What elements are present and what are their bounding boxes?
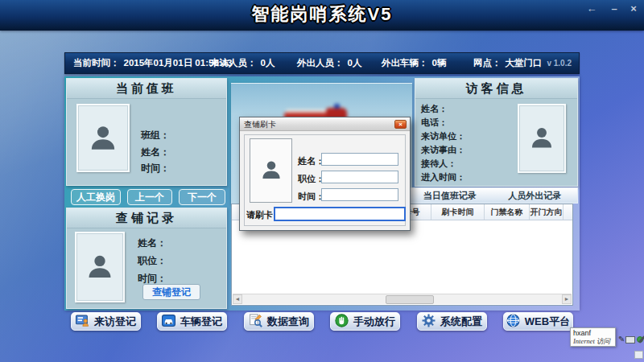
bedcheck-swipe-dialog: 查铺刷卡 × 姓名： 职位： 时间： 请刷卡： [239, 117, 411, 231]
next-button[interactable]: 下一个 [179, 189, 225, 205]
record-tabs: 当日值班记录 人员外出记录 [407, 187, 578, 204]
duty-team-label: 班组： [141, 129, 170, 142]
status-bar: 当前时间：2015年01月01日 01:58:43 来访人员：0人 外出人员：0… [64, 52, 580, 74]
person-icon [85, 250, 115, 284]
visitor-register-label: 来访登记 [94, 315, 136, 329]
vehicle-register-button[interactable]: 车辆登记 [157, 312, 227, 331]
data-query-icon [249, 314, 262, 330]
vehicle-register-icon [162, 314, 175, 330]
duty-name-label: 姓名： [141, 146, 170, 159]
visitor-phone-label: 电话： [421, 117, 448, 129]
visitor-register-button[interactable]: 来访登记 [71, 312, 141, 331]
truck-light [334, 104, 340, 109]
back-button[interactable]: ← [584, 2, 599, 15]
out-person-label: 外出人员： [297, 58, 344, 68]
pen-icon[interactable]: ✎ [618, 335, 625, 343]
title-banner: 智能岗哨系统V5 [0, 0, 644, 31]
dialog-position-input[interactable] [321, 171, 398, 183]
system-config-label: 系统配置 [440, 315, 482, 329]
duty-panel-title: 当前值班 [67, 79, 226, 99]
keyboard-icon[interactable] [625, 336, 635, 343]
dialog-title[interactable]: 查铺刷卡 [240, 117, 410, 131]
out-person-value: 0人 [348, 58, 362, 68]
duty-panel: 当前值班 班组： 姓名： 时间： [66, 78, 227, 186]
app-title: 智能岗哨系统V5 [0, 0, 644, 29]
header-door-direction[interactable]: 开门方向 [530, 204, 564, 220]
header-door-name[interactable]: 门禁名称 [485, 204, 530, 220]
site-name: 网点：大堂门口 [473, 53, 543, 73]
scroll-left-arrow[interactable]: ◄ [233, 294, 242, 304]
bedcheck-name-label: 姓名： [138, 237, 167, 250]
visitor-reason-label: 来访事由： [421, 144, 465, 156]
tray-tooltip: hxanf Internet 访问 [570, 327, 616, 347]
web-platform-icon [506, 314, 520, 330]
swipe-card-input[interactable] [274, 207, 406, 221]
person-icon [87, 121, 119, 156]
visitor-register-icon [76, 314, 89, 330]
manual-release-label: 手动放行 [353, 315, 395, 329]
table-horizontal-scrollbar[interactable]: ◄ ► [233, 294, 572, 304]
visitor-entry-time-label: 进入时间： [421, 171, 465, 183]
out-vehicle-count: 外出车辆：0辆 [382, 53, 446, 73]
visitor-count-label: 来访人员： [210, 58, 257, 68]
current-time: 当前时间：2015年01月01日 01:58:43 [73, 53, 232, 73]
bedcheck-register-button[interactable]: 查铺登记 [142, 284, 200, 300]
bedcheck-panel: 查铺记录 姓名： 职位： 时间： 查铺登记 [66, 208, 227, 309]
manual-release-icon [335, 314, 349, 330]
out-vehicle-label: 外出车辆： [382, 58, 428, 68]
visitor-count-value: 0人 [261, 58, 275, 68]
tooltip-subtitle: Internet 访问 [573, 337, 613, 345]
bedcheck-panel-title: 查铺记录 [67, 208, 226, 228]
out-vehicle-value: 0辆 [432, 58, 447, 68]
data-query-label: 数据查询 [267, 315, 309, 329]
vehicle-register-label: 车辆登记 [180, 315, 222, 329]
manual-release-button[interactable]: 手动放行 [330, 312, 400, 331]
site-value: 大堂门口 [506, 58, 543, 68]
dialog-close-icon[interactable]: × [394, 120, 407, 129]
duty-photo [76, 104, 130, 172]
current-time-label: 当前时间： [73, 58, 120, 68]
tab-outing-records[interactable]: 人员外出记录 [493, 190, 578, 202]
dialog-time-input[interactable] [321, 188, 398, 201]
system-config-icon [422, 314, 436, 330]
dialog-photo [250, 138, 292, 203]
manual-shift-button[interactable]: 人工换岗 [71, 189, 121, 205]
out-person-count: 外出人员：0人 [297, 53, 361, 73]
visitor-panel-title: 访客信息 [415, 79, 577, 99]
visitor-receiver-label: 接待人： [421, 158, 456, 170]
web-platform-button[interactable]: WEB平台 [503, 312, 573, 331]
minimize-button[interactable]: – [607, 2, 621, 15]
web-platform-label: WEB平台 [525, 315, 570, 329]
version-text: v 1.0.2 [547, 53, 572, 73]
tooltip-title: hxanf [573, 329, 613, 337]
header-swipe-time[interactable]: 刷卡时间 [431, 204, 485, 220]
system-config-button[interactable]: 系统配置 [417, 312, 487, 331]
previous-button[interactable]: 上一个 [127, 189, 172, 205]
visitor-name-label: 姓名： [421, 103, 448, 115]
person-icon [528, 123, 555, 154]
scroll-right-arrow[interactable]: ► [562, 294, 572, 304]
duty-time-label: 时间： [141, 162, 170, 175]
data-query-button[interactable]: 数据查询 [244, 312, 314, 331]
close-button[interactable]: × [626, 2, 641, 15]
visitor-photo [518, 104, 566, 173]
visitor-unit-label: 来访单位： [421, 130, 465, 142]
visitor-count: 来访人员：0人 [210, 53, 275, 73]
site-label: 网点： [473, 58, 502, 68]
tab-duty-records[interactable]: 当日值班记录 [407, 190, 493, 202]
header-filler-end [564, 204, 572, 220]
bedcheck-position-label: 职位： [138, 254, 167, 268]
dialog-name-input[interactable] [321, 153, 398, 166]
person-icon [259, 157, 283, 184]
scroll-thumb[interactable] [386, 295, 434, 304]
visitor-panel: 访客信息 姓名： 电话： 来访单位： 来访事由： 接待人： 进入时间： [415, 78, 578, 187]
bedcheck-photo [75, 232, 125, 302]
language-bar-corner[interactable] [634, 351, 643, 359]
